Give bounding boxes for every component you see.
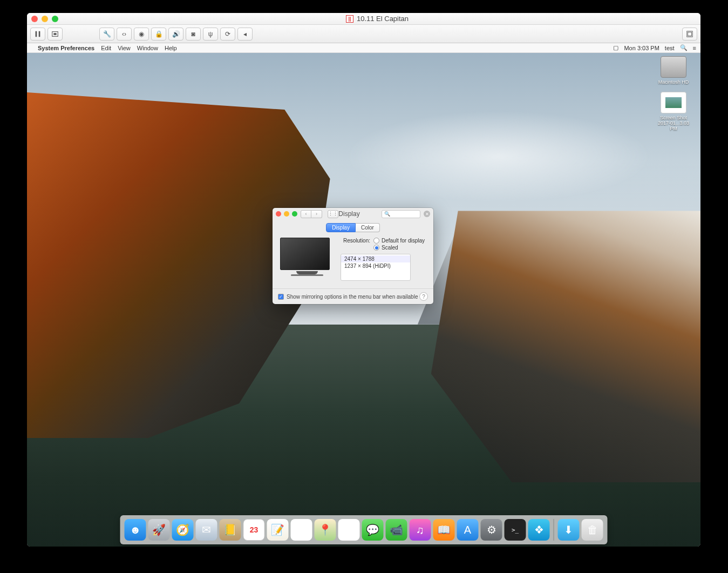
dock-messages[interactable]: 💬: [362, 519, 384, 541]
host-titlebar[interactable]: || 10.11 El Capitan: [27, 13, 700, 25]
dock-mail[interactable]: ✉: [196, 519, 217, 541]
menu-view[interactable]: View: [118, 45, 131, 51]
parallels-icon: ||: [346, 15, 353, 23]
dock-notes[interactable]: 📝: [267, 519, 289, 541]
resize-button[interactable]: ‹›: [117, 28, 132, 41]
menu-edit[interactable]: Edit: [101, 45, 111, 51]
resolution-option[interactable]: 2474 × 1788: [341, 255, 410, 262]
guest-screen: System Preferences EditViewWindowHelp ▢ …: [27, 43, 700, 547]
pref-minimize-button[interactable]: [284, 211, 289, 217]
host-title: || 10.11 El Capitan: [58, 15, 696, 23]
sync-button[interactable]: ⟳: [220, 28, 235, 41]
volume-button[interactable]: 🔊: [168, 28, 183, 41]
dock-launchpad[interactable]: 🚀: [148, 519, 170, 541]
svg-rect-3: [53, 33, 56, 35]
mirroring-label: Show mirroring options in the menu bar w…: [287, 294, 418, 300]
tab-display[interactable]: Display: [326, 223, 356, 232]
pref-zoom-button[interactable]: [292, 211, 297, 217]
guest-menubar[interactable]: System Preferences EditViewWindowHelp ▢ …: [27, 43, 700, 53]
dock-itunes[interactable]: ♫: [410, 519, 431, 541]
dock-safari[interactable]: 🧭: [172, 519, 194, 541]
svg-rect-0: [36, 31, 37, 37]
fullscreen-button[interactable]: [682, 28, 697, 41]
menu-window[interactable]: Window: [137, 45, 158, 51]
host-close-button[interactable]: [31, 16, 38, 22]
resolution-option[interactable]: 1237 × 894 (HiDPI): [341, 262, 410, 269]
dock-separator: [554, 519, 554, 541]
dock-finder[interactable]: ☻: [125, 519, 146, 541]
radio-default[interactable]: Default for display: [373, 238, 425, 244]
desktop-icon-hd[interactable]: Macintosh HD: [656, 56, 691, 85]
pref-back-button[interactable]: ‹: [301, 210, 311, 218]
svg-rect-1: [39, 31, 40, 37]
search-icon: 🔍: [384, 211, 390, 217]
menu-icon[interactable]: ≡: [693, 45, 696, 51]
dock-calendar[interactable]: 23: [243, 519, 265, 541]
pref-search-clear[interactable]: ✕: [424, 211, 430, 217]
menu-help[interactable]: Help: [165, 45, 177, 51]
dock-photos[interactable]: ✿: [338, 519, 360, 541]
settings-button[interactable]: 🔧: [99, 28, 114, 41]
host-toolbar: 🔧 ‹› ◉ 🔒 🔊 ◙ ψ ⟳ ◂: [27, 25, 700, 43]
pause-button[interactable]: [30, 28, 45, 41]
screenshot-button[interactable]: [47, 28, 63, 41]
host-zoom-button[interactable]: [52, 16, 58, 22]
lock-button[interactable]: 🔒: [151, 28, 166, 41]
dock-reminders[interactable]: ☑: [291, 519, 312, 541]
app-menu[interactable]: System Preferences: [38, 45, 94, 51]
resolution-label: Resolution:: [341, 238, 370, 251]
dock-facetime[interactable]: 📹: [386, 519, 407, 541]
radio-scaled[interactable]: Scaled: [373, 245, 425, 251]
pref-close-button[interactable]: [276, 211, 281, 217]
camera-button[interactable]: ◙: [186, 28, 201, 41]
host-minimize-button[interactable]: [42, 16, 48, 22]
desktop-icon-screenshot[interactable]: Screen Shot 2017-01...3.03 PM: [656, 92, 691, 131]
dock-parallels[interactable]: ❖: [528, 519, 550, 541]
dock-maps[interactable]: 📍: [315, 519, 336, 541]
spotlight-icon[interactable]: 🔍: [680, 44, 688, 51]
pref-search-input[interactable]: [392, 211, 418, 217]
chevron-left-button[interactable]: ◂: [237, 28, 253, 41]
menubar-time[interactable]: Mon 3:03 PM: [624, 45, 659, 51]
wallpaper: Macintosh HD Screen Shot 2017-01...3.03 …: [27, 53, 700, 547]
mirroring-checkbox[interactable]: ✓: [278, 294, 284, 300]
pref-search-field[interactable]: 🔍: [382, 210, 420, 218]
dock-contacts[interactable]: 📒: [220, 519, 241, 541]
resolution-list[interactable]: 2474 × 17881237 × 894 (HiDPI): [341, 254, 411, 281]
svg-rect-5: [688, 32, 692, 36]
help-button[interactable]: ?: [419, 292, 428, 301]
menubar-user[interactable]: test: [665, 45, 675, 51]
dock-downloads[interactable]: ⬇: [558, 519, 580, 541]
host-window: || 10.11 El Capitan 🔧 ‹› ◉ 🔒 🔊 ◙ ψ ⟳ ◂ S…: [27, 13, 700, 547]
pref-title: Display: [320, 210, 378, 218]
usb-button[interactable]: ψ: [203, 28, 218, 41]
dock-ibooks[interactable]: 📖: [433, 519, 455, 541]
display-preferences-window[interactable]: ‹ › ⋮⋮ Display 🔍 ✕ DisplayColor: [273, 208, 433, 304]
dock-appstore[interactable]: A: [457, 519, 479, 541]
monitor-preview: [280, 238, 334, 281]
dock-trash[interactable]: 🗑: [582, 519, 603, 541]
disc-button[interactable]: ◉: [134, 28, 149, 41]
dock[interactable]: ☻🚀🧭✉📒23📝☑📍✿💬📹♫📖A⚙>_❖⬇🗑: [120, 515, 608, 544]
dock-sysprefs[interactable]: ⚙: [481, 519, 502, 541]
airplay-icon[interactable]: ▢: [613, 44, 618, 51]
tab-color[interactable]: Color: [356, 223, 380, 232]
dock-terminal[interactable]: >_: [505, 519, 526, 541]
